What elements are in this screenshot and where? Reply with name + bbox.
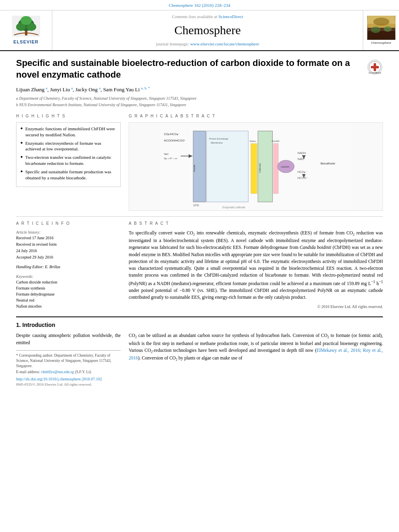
thumb-label: Chemosphere [371,41,391,45]
intro-left-text: Despite causing atmospheric pollution wo… [16,332,121,346]
elsevier-tree-icon [12,16,40,37]
intro-two-col: Despite causing atmospheric pollution wo… [16,332,383,387]
highlights-graphical-row: H I G H L I G H T S Enzymatic functions … [16,113,383,211]
sciencedirect-anchor[interactable]: ScienceDirect [218,14,243,19]
contents-label: Contents lists available at [172,14,217,19]
svg-text:Cathode: Cathode [258,163,261,173]
svg-text:Membrane: Membrane [211,141,223,144]
section-number: 1. [16,322,23,328]
copyright-notice: © 2016 Elsevier Ltd. All rights reserved… [129,304,383,310]
crossmark-icon[interactable]: CrossMark [367,59,383,75]
svg-text:HCOOH/HCOO⁻: HCOOH/HCOO⁻ [164,139,186,142]
intro-title: 1. Introduction [16,321,383,329]
journal-header: ELSEVIER Contents lists available at Sci… [0,10,399,51]
ga-diagram-svg: CO₂/HCO₃⁻ HCOOH/HCOO⁻ Anode H₂O O₂ + H⁺ … [129,123,383,210]
affiliations: a Department of Chemistry, Faculty of Sc… [16,96,383,108]
keyword-4: Neutral red [16,298,121,303]
svg-text:Biocathode: Biocathode [321,162,335,165]
highlight-1: Enzymatic functions of immobilized CbFDH… [21,126,116,138]
svg-text:HCO₃⁻: HCO₃⁻ [298,170,307,173]
email-label: E-mail address: [16,370,40,374]
history-label: Article history: [16,230,121,235]
svg-rect-29 [251,144,257,194]
highlight-4: Specific and sustainable formate product… [21,169,116,181]
email-footnote: E-mail address: chmlifys@nus.edu.sg (S.F… [16,370,121,375]
article-info: A R T I C L E I N F O Article history: R… [16,221,121,311]
handling-editor: Handling Editor: E. Brillas [16,264,121,270]
svg-text:CrossMark: CrossMark [368,72,381,74]
homepage-label: journal homepage: [156,41,189,46]
intro-right-text: CO2 can be utilized as an abundant carbo… [129,332,383,362]
affiliation-a: a Department of Chemistry, Faculty of Sc… [16,96,383,101]
journal-citation-bar: Chemosphere 162 (2016) 228–234 [0,0,399,10]
sciencedirect-link: Contents lists available at ScienceDirec… [172,14,243,20]
highlights-header: H I G H L I G H T S [16,113,121,119]
svg-text:CO₂/HCO₃⁻: CO₂/HCO₃⁻ [164,132,180,136]
svg-text:PolyNR: PolyNR [271,140,279,142]
email-suffix: (S.F.Y. Li). [75,370,92,374]
keyword-3: Formate dehydrogenase [16,292,121,297]
highlight-3: Two-electron transfer was confirmed in c… [21,154,116,166]
elsevier-logo: ELSEVIER [12,16,40,45]
svg-text:NAD⁺: NAD⁺ [298,157,305,161]
issn-line: 0045-6535/© 2016 Elsevier Ltd. All right… [16,382,121,387]
abstract-text: To specifically convert waste CO2 into r… [129,230,383,301]
highlights-col: H I G H L I G H T S Enzymatic functions … [16,113,121,211]
svg-point-11 [371,27,380,33]
page: Chemosphere 162 (2016) 228–234 [0,0,399,532]
thick-divider [16,316,383,317]
svg-text:CbFDH: CbFDH [281,165,289,168]
keyword-5: Nafion micelles [16,304,121,309]
journal-title: Chemosphere [175,22,241,39]
article-content: Specific and sustainable bioelectro-redu… [0,51,399,394]
svg-text:GFE: GFE [193,203,199,207]
ref-link-1[interactable]: ElMekawy et al., 2016; Roy et al., 2016 [129,348,383,360]
article-title: Specific and sustainable bioelectro-redu… [16,58,363,80]
homepage-url[interactable]: www.elsevier.com/locate/chemosphere [190,41,259,46]
svg-point-12 [384,26,392,32]
graphical-abstract-image: CO₂/HCO₃⁻ HCOOH/HCOO⁻ Anode H₂O O₂ + H⁺ … [129,122,383,211]
svg-text:Enzymatic cathode: Enzymatic cathode [222,206,245,209]
keyword-2: Formate synthesis [16,286,121,291]
highlight-2: Enzymatic electrosynthesis of formate wa… [21,140,116,152]
article-history: Article history: Received 17 June 2016 R… [16,230,121,260]
revised-date: 24 July 2016 [16,248,121,254]
journal-thumbnail-area: Chemosphere [363,10,399,50]
svg-text:Proton Exchange: Proton Exchange [209,137,228,140]
cover-image-icon [368,16,395,39]
svg-rect-10 [368,31,395,39]
accepted-date: Accepted 29 July 2016 [16,255,121,260]
svg-text:HCOO⁻: HCOO⁻ [298,176,308,180]
svg-text:NADH: NADH [298,151,306,155]
article-info-header: A R T I C L E I N F O [16,221,121,226]
keywords-section: Keywords: Carbon dioxide reduction Forma… [16,274,121,309]
footnote-section: * Corresponding author. Department of Ch… [16,350,121,387]
svg-point-8 [373,18,389,26]
keywords-label: Keywords: [16,274,121,279]
email-link[interactable]: chmlifys@nus.edu.sg [41,370,74,374]
journal-homepage: journal homepage: www.elsevier.com/locat… [156,41,259,47]
elsevier-text: ELSEVIER [12,39,40,45]
revised-label: Received in revised form [16,242,121,247]
elsevier-logo-area: ELSEVIER [0,10,52,50]
svg-rect-33 [274,144,278,194]
authors: Lijuan Zhang a, Junyi Liu a, Jacky Ong a… [16,85,383,93]
article-title-area: Specific and sustainable bioelectro-redu… [16,58,383,80]
svg-text:Nafion: Nafion [249,140,256,142]
svg-text:Anode: Anode [193,164,195,172]
svg-text:O₂ + H⁺ + e⁻: O₂ + H⁺ + e⁻ [164,157,178,160]
intro-left-content: Despite causing atmospheric pollution wo… [16,333,121,345]
divider-1 [16,216,383,217]
svg-text:H₂O: H₂O [164,152,169,155]
keyword-1: Carbon dioxide reduction [16,279,121,285]
intro-left-col: Despite causing atmospheric pollution wo… [16,332,121,387]
abstract-section: A B S T R A C T To specifically convert … [129,221,383,311]
intro-right-col: CO2 can be utilized as an abundant carbo… [129,332,383,387]
introduction-section: 1. Introduction Despite causing atmosphe… [16,321,383,387]
author-list: Lijuan Zhang a, Junyi Liu a, Jacky Ong a… [16,86,150,92]
corresponding-footnote: * Corresponding author. Department of Ch… [16,353,121,368]
doi-link[interactable]: http://dx.doi.org/10.1016/j.chemosphere.… [16,376,121,382]
article-info-abstract-row: A R T I C L E I N F O Article history: R… [16,221,383,311]
highlights-box: Enzymatic functions of immobilized CbFDH… [16,122,121,187]
graphical-abstract-col: G R A P H I C A L A B S T R A C T CO₂/HC… [129,113,383,211]
